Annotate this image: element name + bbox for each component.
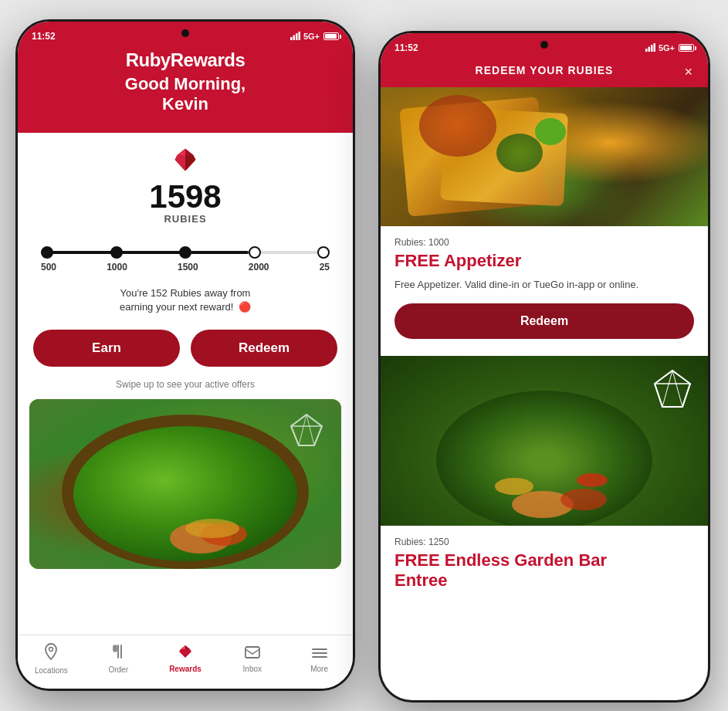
svg-rect-0 — [290, 37, 293, 40]
progress-dot-4 — [249, 246, 261, 259]
reward1-rubies: Rubies: 1000 — [394, 237, 694, 248]
signal-bars-icon — [290, 32, 301, 42]
inbox-icon — [245, 645, 260, 662]
svg-line-37 — [682, 384, 690, 407]
svg-line-34 — [655, 371, 672, 384]
phone1-screen: 11:52 5G+ — [18, 22, 353, 689]
progress-dot-3 — [179, 246, 191, 259]
utensils-icon — [111, 644, 125, 663]
nav-order[interactable]: Order — [85, 644, 152, 674]
svg-marker-8 — [185, 155, 195, 171]
svg-rect-30 — [648, 46, 650, 52]
progress-dot-5 — [317, 246, 330, 259]
greeting-text: Good Morning, Kevin — [33, 74, 337, 114]
phone2-time: 11:52 — [394, 42, 418, 53]
close-button[interactable]: × — [684, 64, 692, 80]
progress-dots — [41, 246, 330, 259]
nav-locations[interactable]: Locations — [18, 643, 85, 675]
phone2-network: 5G+ — [659, 43, 675, 52]
location-icon — [44, 643, 58, 664]
svg-rect-3 — [298, 32, 300, 40]
phone1-time: 11:52 — [32, 31, 56, 42]
svg-line-13 — [314, 426, 322, 445]
progress-labels: 500 1000 1500 2000 25 — [41, 262, 330, 273]
phone2-screen: 11:52 5G+ — [381, 33, 708, 700]
nav-rewards[interactable]: Rewards — [152, 645, 219, 673]
svg-rect-32 — [653, 43, 655, 52]
phone1-header: RubyRewards Good Morning, Kevin — [18, 45, 353, 133]
svg-line-12 — [291, 426, 299, 445]
phone1-signal-group: 5G+ — [290, 32, 339, 42]
ruby-diamond-icon — [172, 148, 198, 178]
reward1-food-image — [381, 87, 708, 226]
phone2-signal-group: 5G+ — [645, 43, 694, 53]
phone1-camera — [181, 29, 189, 37]
reward1-info: Rubies: 1000 FREE Appetizer Free Appetiz… — [381, 226, 708, 350]
phone2-status-bar: 11:52 5G+ — [381, 33, 708, 56]
svg-marker-7 — [175, 155, 185, 171]
reward2-rubies: Rubies: 1250 — [394, 537, 694, 547]
phone1-status-bar: 11:52 5G+ — [18, 22, 353, 45]
modal-title: REDEEM YOUR RUBIES — [476, 64, 614, 76]
svg-rect-1 — [293, 35, 295, 40]
reward2-title: FREE Endless Garden Bar Entree — [394, 550, 694, 591]
svg-line-35 — [672, 371, 690, 384]
reward-card-2: Rubies: 1250 FREE Endless Garden Bar Ent… — [381, 356, 708, 604]
svg-rect-29 — [645, 49, 648, 52]
bottom-nav: Locations Order — [18, 635, 353, 689]
action-buttons: Earn Redeem — [18, 322, 353, 374]
svg-point-18 — [49, 648, 53, 652]
nav-inbox[interactable]: Inbox — [218, 645, 286, 673]
reward2-food-image — [381, 356, 708, 526]
reward1-redeem-button[interactable]: Redeem — [394, 303, 694, 339]
phone2-camera — [540, 41, 548, 49]
food-offer-card — [29, 399, 341, 569]
svg-rect-25 — [245, 647, 259, 658]
reward-card-1: Rubies: 1000 FREE Appetizer Free Appetiz… — [381, 87, 708, 350]
svg-marker-23 — [181, 645, 185, 649]
reward1-title: FREE Appetizer — [394, 251, 694, 271]
reward2-info: Rubies: 1250 FREE Endless Garden Bar Ent… — [381, 526, 708, 604]
battery-icon — [323, 32, 339, 40]
phone1-network: 5G+ — [303, 32, 320, 41]
rubies-section: 1598 RUBIES — [149, 133, 221, 232]
progress-section: 500 1000 1500 2000 25 — [18, 232, 353, 279]
menu-icon — [312, 645, 327, 662]
redeem-button[interactable]: Redeem — [191, 330, 337, 367]
phone2-battery-icon — [679, 44, 694, 52]
progress-message: You're 152 Rubies away from earning your… — [120, 286, 251, 314]
nav-more[interactable]: More — [286, 645, 353, 673]
reward1-desc: Free Appetizer. Valid dine-in or TueGo i… — [394, 277, 694, 293]
phone2-frame: 11:52 5G+ — [378, 31, 710, 703]
scene: 11:52 5G+ — [0, 0, 728, 711]
nav-inbox-label: Inbox — [243, 665, 262, 673]
rubies-label: RUBIES — [164, 213, 206, 225]
svg-rect-31 — [651, 45, 653, 52]
app-name: RubyRewards — [33, 49, 337, 71]
phone2-content: Rubies: 1000 FREE Appetizer Free Appetiz… — [381, 87, 708, 689]
phone1-frame: 11:52 5G+ — [15, 19, 355, 691]
swipe-hint: Swipe up to see your active offers — [116, 374, 255, 394]
phone1-body: 1598 RUBIES — [18, 133, 353, 574]
nav-order-label: Order — [108, 665, 128, 674]
earn-button[interactable]: Earn — [33, 330, 180, 367]
svg-line-36 — [655, 384, 662, 407]
svg-marker-24 — [185, 645, 190, 649]
diamond-watermark-icon — [287, 411, 326, 452]
nav-more-label: More — [310, 665, 328, 673]
svg-rect-2 — [296, 33, 298, 40]
nav-locations-label: Locations — [35, 666, 68, 675]
progress-dot-1 — [41, 246, 53, 259]
progress-dot-2 — [110, 246, 123, 259]
progress-track — [41, 251, 330, 254]
nav-rewards-label: Rewards — [169, 665, 201, 673]
phone2-signal-icon — [645, 43, 656, 53]
svg-marker-9 — [291, 415, 322, 445]
ruby-nav-icon — [178, 645, 193, 662]
rubies-count: 1598 — [149, 181, 221, 213]
reward2-diamond-icon — [652, 368, 694, 414]
modal-header: REDEEM YOUR RUBIES × — [381, 56, 708, 87]
